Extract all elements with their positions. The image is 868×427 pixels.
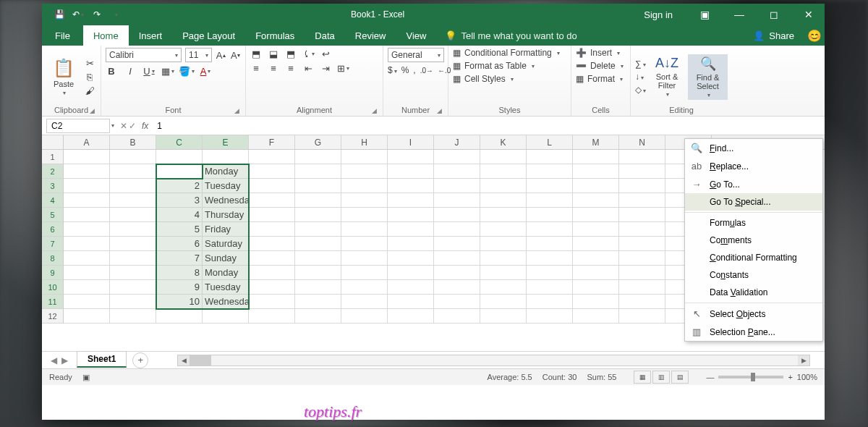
sign-in-link[interactable]: Sign in <box>631 9 686 20</box>
cell-C5[interactable]: 4 <box>156 208 203 222</box>
cell-C3[interactable]: 2 <box>156 179 203 193</box>
cell-E3[interactable]: Tuesday <box>203 179 249 193</box>
cell-N6[interactable] <box>619 222 665 237</box>
cell-I9[interactable] <box>388 266 434 280</box>
formula-input[interactable]: 1 <box>153 121 825 131</box>
cell-J2[interactable] <box>434 164 480 179</box>
cell-E1[interactable] <box>203 150 249 164</box>
cell-H8[interactable] <box>341 251 388 266</box>
cut-icon[interactable]: ✂ <box>84 57 95 69</box>
increase-indent-icon[interactable]: ⇥ <box>320 62 331 74</box>
cell-L7[interactable] <box>527 237 573 251</box>
italic-button[interactable]: I <box>124 65 136 77</box>
cell-L11[interactable] <box>527 295 573 309</box>
format-painter-icon[interactable]: 🖌 <box>84 85 95 96</box>
align-bottom-icon[interactable]: ⬒ <box>285 48 297 59</box>
cell-J9[interactable] <box>434 266 480 280</box>
format-cells-button[interactable]: ▦Format▾ <box>576 74 626 84</box>
undo-button[interactable]: ↶▾ <box>69 6 87 23</box>
cell-A9[interactable] <box>64 266 110 280</box>
cell-N10[interactable] <box>619 280 665 295</box>
row-header-4[interactable]: 4 <box>42 193 64 208</box>
cell-M10[interactable] <box>573 280 619 295</box>
tab-view[interactable]: View <box>396 25 436 46</box>
fx-icon[interactable]: fx <box>142 121 148 131</box>
decrease-indent-icon[interactable]: ⇤ <box>302 62 314 74</box>
row-header-2[interactable]: 2 <box>42 164 64 179</box>
cell-K10[interactable] <box>480 280 527 295</box>
cell-E4[interactable]: Wednesday <box>203 193 249 208</box>
cell-F5[interactable] <box>249 208 295 222</box>
tab-home[interactable]: Home <box>83 25 129 46</box>
qat-customize[interactable]: ▾ <box>107 6 124 23</box>
zoom-level[interactable]: 100% <box>797 373 817 381</box>
cell-L1[interactable] <box>527 150 573 164</box>
cell-A5[interactable] <box>64 208 110 222</box>
ribbon-display-options-icon[interactable]: ▣ <box>689 4 720 25</box>
column-header-K[interactable]: K <box>480 135 527 149</box>
share-button[interactable]: 👤 Share <box>743 25 804 46</box>
menu-goto-special[interactable]: Go To Special... <box>685 193 822 211</box>
cell-A4[interactable] <box>64 193 110 208</box>
align-center-icon[interactable]: ≡ <box>268 62 279 74</box>
paste-button[interactable]: 📋 Paste ▾ <box>46 56 81 98</box>
font-name-combo[interactable]: Calibri▾ <box>106 48 182 62</box>
page-layout-view-icon[interactable]: ▥ <box>652 371 670 384</box>
cell-M2[interactable] <box>573 164 619 179</box>
cell-H12[interactable] <box>341 309 388 324</box>
cell-K3[interactable] <box>480 179 527 193</box>
cell-I4[interactable] <box>388 193 434 208</box>
cell-N5[interactable] <box>619 208 665 222</box>
cell-L2[interactable] <box>527 164 573 179</box>
cell-M12[interactable] <box>573 309 619 324</box>
cell-N3[interactable] <box>619 179 665 193</box>
cell-K12[interactable] <box>480 309 527 324</box>
cell-H3[interactable] <box>341 179 388 193</box>
align-top-icon[interactable]: ⬒ <box>250 48 262 59</box>
cell-E7[interactable]: Saturday <box>203 237 249 251</box>
page-break-view-icon[interactable]: ▤ <box>671 371 689 384</box>
cell-F1[interactable] <box>249 150 295 164</box>
insert-cells-button[interactable]: ➕Insert▾ <box>576 48 626 58</box>
zoom-slider[interactable] <box>718 376 783 379</box>
cell-F3[interactable] <box>249 179 295 193</box>
cell-B9[interactable] <box>110 266 156 280</box>
cell-C10[interactable]: 9 <box>156 280 203 295</box>
cell-B3[interactable] <box>110 179 156 193</box>
menu-conditional-formatting[interactable]: Conditional Formatting <box>685 249 822 266</box>
cell-G12[interactable] <box>295 309 341 324</box>
fill-button[interactable]: ↓▾ <box>635 72 646 82</box>
name-box[interactable]: C2 <box>46 119 110 133</box>
cell-B5[interactable] <box>110 208 156 222</box>
cell-F8[interactable] <box>249 251 295 266</box>
menu-formulas[interactable]: Formulas <box>685 214 822 232</box>
column-header-F[interactable]: F <box>249 135 295 149</box>
cell-N8[interactable] <box>619 251 665 266</box>
normal-view-icon[interactable]: ▦ <box>634 371 651 384</box>
tab-data[interactable]: Data <box>305 25 344 46</box>
cell-G9[interactable] <box>295 266 341 280</box>
cell-H1[interactable] <box>341 150 388 164</box>
cell-K6[interactable] <box>480 222 527 237</box>
cell-B8[interactable] <box>110 251 156 266</box>
cell-N11[interactable] <box>619 295 665 309</box>
cell-C6[interactable]: 5 <box>156 222 203 237</box>
clear-button[interactable]: ◇▾ <box>635 85 646 95</box>
cell-B4[interactable] <box>110 193 156 208</box>
find-select-button[interactable]: 🔍 Find & Select▾ <box>688 54 728 100</box>
cell-A3[interactable] <box>64 179 110 193</box>
macro-record-icon[interactable]: ▣ <box>82 373 90 382</box>
cell-H4[interactable] <box>341 193 388 208</box>
cell-F2[interactable] <box>249 164 295 179</box>
orientation-icon[interactable]: ⤹▾ <box>302 48 314 59</box>
wrap-text-icon[interactable]: ↩ <box>320 48 331 59</box>
cell-L3[interactable] <box>527 179 573 193</box>
save-icon[interactable]: 💾 <box>51 6 68 23</box>
cell-N4[interactable] <box>619 193 665 208</box>
align-left-icon[interactable]: ≡ <box>250 62 262 74</box>
cell-N2[interactable] <box>619 164 665 179</box>
conditional-formatting-button[interactable]: ▦Conditional Formatting▾ <box>453 48 566 58</box>
cell-A12[interactable] <box>64 309 110 324</box>
cell-G3[interactable] <box>295 179 341 193</box>
cell-M8[interactable] <box>573 251 619 266</box>
